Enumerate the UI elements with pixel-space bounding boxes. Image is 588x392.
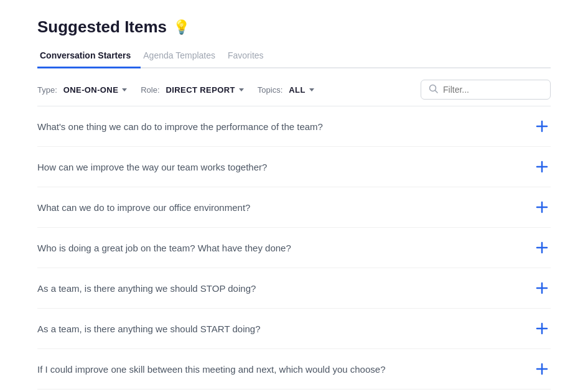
list-item: How can we improve the way our team work…: [37, 147, 551, 187]
type-filter-group: Type: ONE-ON-ONE: [37, 83, 131, 97]
tabs-row: Conversation Starters Agenda Templates F…: [37, 45, 551, 68]
main-container: Suggested Items 💡 Conversation Starters …: [0, 0, 588, 392]
filter-input[interactable]: [443, 85, 543, 95]
role-chevron-icon: [239, 88, 244, 91]
add-item-button[interactable]: [533, 198, 551, 216]
role-filter-label: Role:: [141, 85, 159, 95]
type-chevron-icon: [122, 88, 127, 91]
topics-chevron-icon: [309, 88, 314, 91]
add-item-button[interactable]: [533, 158, 551, 175]
add-item-button[interactable]: [533, 320, 551, 337]
tab-favorites[interactable]: Favorites: [225, 45, 274, 68]
item-text: What's one thing we can do to improve th…: [37, 121, 533, 132]
add-item-button[interactable]: [533, 239, 551, 256]
topics-filter-label: Topics:: [258, 85, 282, 95]
role-filter-group: Role: DIRECT REPORT: [141, 83, 248, 97]
svg-line-1: [436, 91, 438, 93]
list-item: As a team, is there anything we should S…: [37, 268, 551, 309]
item-text: Who is doing a great job on the team? Wh…: [37, 243, 533, 253]
filters-row: Type: ONE-ON-ONE Role: DIRECT REPORT Top…: [37, 68, 551, 106]
add-item-button[interactable]: [533, 118, 551, 135]
filter-search-box[interactable]: [421, 80, 551, 100]
topics-filter-value: ALL: [289, 85, 305, 95]
topics-filter-group: Topics: ALL: [258, 83, 318, 97]
header-row: Suggested Items 💡: [37, 17, 551, 37]
type-filter-label: Type:: [37, 85, 57, 95]
item-text: How can we improve the way our team work…: [37, 162, 533, 172]
type-filter-value: ONE-ON-ONE: [63, 85, 118, 95]
role-filter-dropdown[interactable]: DIRECT REPORT: [162, 83, 248, 97]
tab-conversation-starters[interactable]: Conversation Starters: [37, 45, 141, 68]
item-text: As a team, is there anything we should S…: [37, 283, 533, 294]
search-icon: [429, 84, 438, 95]
list-item: As a team, is there anything we should S…: [37, 309, 551, 349]
list-item: If I could improve one skill between thi…: [37, 349, 551, 390]
page-title: Suggested Items: [37, 17, 167, 37]
item-text: What can we do to improve our office env…: [37, 202, 533, 213]
list-item: What's one thing we can do to improve th…: [37, 106, 551, 147]
list-item: What can we do to improve our office env…: [37, 187, 551, 228]
role-filter-value: DIRECT REPORT: [166, 85, 235, 95]
topics-filter-dropdown[interactable]: ALL: [285, 83, 317, 97]
type-filter-dropdown[interactable]: ONE-ON-ONE: [60, 83, 131, 97]
add-item-button[interactable]: [533, 360, 551, 378]
lightbulb-icon: 💡: [173, 19, 190, 35]
items-list: What's one thing we can do to improve th…: [37, 106, 551, 392]
add-item-button[interactable]: [533, 279, 551, 297]
tab-agenda-templates[interactable]: Agenda Templates: [141, 45, 225, 68]
item-text: If I could improve one skill between thi…: [37, 364, 533, 375]
item-text: As a team, is there anything we should S…: [37, 324, 533, 334]
list-item: Where do you think I should be focusing …: [37, 390, 551, 392]
list-item: Who is doing a great job on the team? Wh…: [37, 228, 551, 268]
